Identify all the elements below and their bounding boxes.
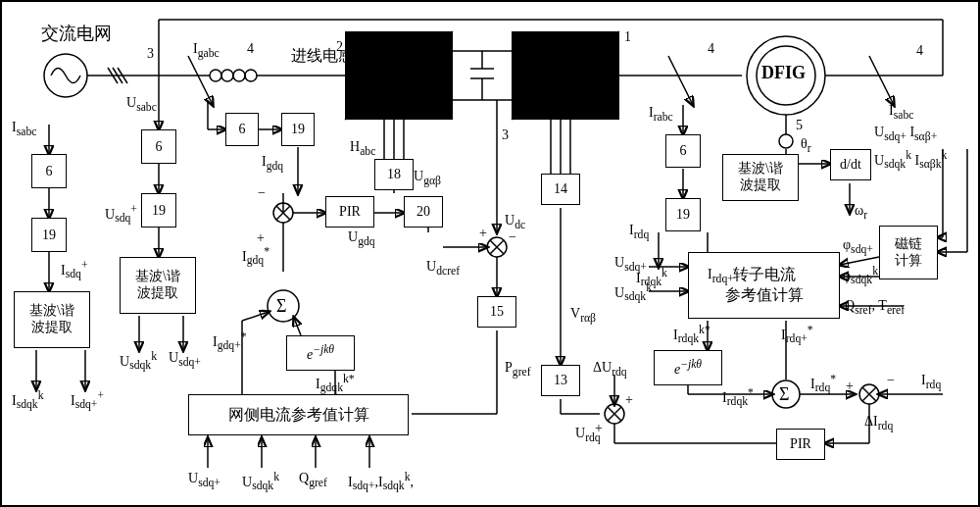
label-inductor: 进线电感 — [291, 46, 354, 67]
sig-usabc: Usabc — [126, 95, 157, 114]
sig-igdqk: Igdqkk* — [316, 373, 355, 394]
box-rotor-ref: 转子电流 参考值计算 — [688, 252, 840, 319]
box-18: 18 — [374, 159, 414, 190]
sig-irabc: Irabc — [649, 105, 673, 124]
svg-line-40 — [668, 56, 693, 105]
sig-ugab: Ugαβ — [414, 169, 441, 187]
box-14: 14 — [541, 174, 580, 205]
plus-4: + — [625, 392, 633, 408]
box-pir-rotor: PIR — [776, 429, 825, 460]
ptr-3a: 3 — [147, 46, 154, 62]
ptr-3b: 3 — [502, 127, 509, 143]
box-pir-grid: PIR — [325, 196, 374, 228]
sig-dirdq: ΔIrdq — [864, 414, 893, 432]
sig-usdqr: Usdq+ Isαβ+ — [874, 125, 937, 143]
label-grid: 交流电网 — [41, 22, 112, 45]
box-flux: 磁链 计算 — [879, 226, 938, 279]
sig-isdqp: Isdq++ — [71, 389, 104, 411]
sig-irdq: Irdq — [629, 223, 649, 241]
plus-1: + — [257, 230, 265, 246]
box-13: 13 — [541, 365, 580, 396]
label-dfig: DFIG — [761, 63, 806, 83]
box-grid-ref: 网侧电流参考值计算 — [188, 394, 409, 435]
svg-point-43 — [779, 134, 793, 148]
svg-point-8 — [221, 70, 233, 81]
sig-isabc2: Isabc — [889, 103, 913, 122]
box-19-rotor: 19 — [665, 198, 701, 231]
sig-igdq: Igdq — [262, 154, 283, 173]
svg-point-9 — [233, 70, 245, 81]
sig-vrab: Vrαβ — [570, 306, 596, 325]
sig-isdq: Isdq+ — [61, 259, 87, 280]
ptr-2: 2 — [336, 39, 343, 55]
box-15: 15 — [477, 296, 516, 328]
box-20: 20 — [404, 196, 443, 228]
plus-3: + — [846, 379, 854, 394]
box-harm-rotor: 基波\谐 波提取 — [722, 154, 799, 201]
svg-line-83 — [242, 312, 269, 321]
diagram-canvas: 交流电网 进线电感 DFIG 3 4 2 1 3 4 5 4 6 19 基波\谐… — [0, 0, 980, 507]
ptr-1: 1 — [624, 29, 631, 45]
sig-igdqstar: Igdq* — [242, 245, 270, 267]
sig-isabc: Isabc — [12, 120, 36, 138]
sig-udcref: Udcref — [426, 259, 460, 278]
sig-igabc: Igabc — [193, 41, 220, 60]
sig-irdqks2: Irdqk* — [722, 386, 754, 408]
in-isdq: Isdq+,Isdqkk, — [348, 471, 414, 492]
sig-usdq: Usdq+ — [105, 203, 137, 225]
ptr-5: 5 — [796, 118, 803, 133]
sig-pgref: Pgref — [505, 360, 531, 379]
box-ddt: d/dt — [830, 149, 871, 180]
sigma-grid: Σ — [276, 296, 286, 317]
box-ejk-rotor: e−jkθ — [654, 350, 722, 385]
box-6-ig: 6 — [225, 113, 259, 146]
in-usdqp: Usdq+ — [188, 471, 220, 489]
sig-udc: Udc — [505, 213, 525, 231]
ptr-4c: 4 — [916, 43, 923, 59]
sig-thetar: θr — [801, 136, 811, 155]
sig-usdqp: Usdq+ — [169, 350, 201, 369]
minus-3: − — [887, 373, 895, 388]
sig-ugdq: Ugdq — [348, 229, 375, 248]
sig-usdqk2: Usdqkk — [614, 281, 652, 303]
sig-phisdqp: φsdq+ — [843, 237, 873, 256]
box-harm-usabc: 基波\谐 波提取 — [120, 257, 196, 314]
sig-irdqks: Irdqkk* — [673, 324, 710, 345]
plus-5: + — [595, 421, 603, 436]
minus-1: − — [258, 185, 266, 201]
sig-omegar: ωr — [855, 203, 867, 222]
sig-usdqk: Usdqkk — [120, 350, 157, 372]
svg-line-41 — [869, 56, 894, 105]
box-harm-isabc: 基波\谐 波提取 — [14, 291, 90, 348]
box-19-ig: 19 — [281, 113, 315, 146]
box-6-usabc: 6 — [141, 129, 176, 164]
box-6-isabc: 6 — [31, 154, 67, 188]
in-usdqk: Usdqkk — [242, 471, 279, 492]
sig-usdqkr: Usdqkk Isαβkk — [874, 149, 947, 171]
ptr-4b: 4 — [708, 41, 714, 57]
minus-2: − — [509, 229, 516, 245]
svg-line-86 — [294, 318, 301, 335]
sig-irdqp: Irdq+ — [708, 267, 734, 285]
box-ejk-grid: e−jkθ — [286, 335, 355, 371]
ptr-4a: 4 — [247, 41, 254, 57]
sig-phisdqk: φsdqkk — [843, 265, 878, 286]
sig-igdqp: Igdq+* — [213, 330, 247, 352]
sig-irdqps: Irdq+* — [781, 324, 813, 345]
svg-line-39 — [188, 56, 213, 105]
sig-habc: Habc — [350, 139, 375, 158]
svg-line-109 — [840, 257, 879, 265]
svg-point-7 — [210, 70, 221, 81]
box-19-isabc: 19 — [31, 218, 67, 252]
sig-isdqk: Isdqkk — [12, 389, 44, 411]
in-qgref: Qgref — [299, 471, 327, 489]
box-19-usabc: 19 — [141, 193, 176, 228]
sig-qsref: Qsref, Teref — [845, 298, 905, 317]
sig-irdqs: Irdq* — [810, 373, 836, 394]
sig-usdqp2: Usdq+ — [614, 255, 647, 274]
sigma-rotor: Σ — [779, 384, 789, 405]
svg-point-10 — [245, 70, 257, 81]
plus-2: + — [479, 226, 487, 241]
box-6-rotor: 6 — [665, 134, 701, 168]
sig-irdq2: Irdq — [921, 373, 941, 391]
